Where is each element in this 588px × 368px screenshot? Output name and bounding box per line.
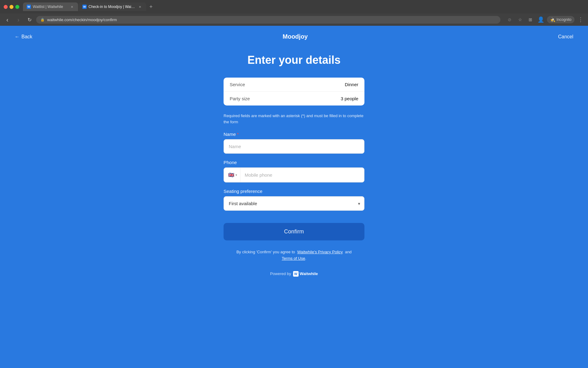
nav-forward-button[interactable]: › <box>14 15 23 24</box>
seating-field-label: Seating preference <box>224 189 364 194</box>
form-container: Service Dinner Party size 3 people Requi… <box>224 78 364 277</box>
party-size-label: Party size <box>230 96 250 101</box>
browser-tabs: W Waitlist | Waitwhile ✕ W Check-in to M… <box>23 2 521 11</box>
terms-of-use-link[interactable]: Terms of Use <box>282 256 305 261</box>
tab2-title: Check-in to Moodjoy | Waitwhi... <box>89 5 136 9</box>
waitwhile-logo-icon: W <box>293 271 299 277</box>
cancel-button[interactable]: Cancel <box>558 34 573 40</box>
incognito-indicator: 🕵 Incognito <box>547 16 575 23</box>
confirm-button[interactable]: Confirm <box>224 223 364 240</box>
tab1-favicon: W <box>27 5 31 9</box>
seating-field-group: Seating preference First available Indoo… <box>224 189 364 211</box>
tab1-title: Waitlist | Waitwhile <box>33 5 68 9</box>
privacy-text-between: and <box>345 250 352 254</box>
close-window-button[interactable] <box>4 5 8 9</box>
phone-field-label: Phone <box>224 160 364 165</box>
seating-label-text: Seating preference <box>224 189 262 194</box>
nav-reload-button[interactable]: ↻ <box>25 15 34 24</box>
app-header: ← Back Moodjoy Cancel <box>0 26 588 48</box>
browser-titlebar: W Waitlist | Waitwhile ✕ W Check-in to M… <box>0 0 588 13</box>
party-size-summary-row: Party size 3 people <box>224 92 364 105</box>
powered-by: Powered by W Waitwhile <box>224 271 364 277</box>
service-summary-row: Service Dinner <box>224 78 364 92</box>
minimize-window-button[interactable] <box>9 5 13 9</box>
tab2-close-button[interactable]: ✕ <box>138 4 142 9</box>
service-label: Service <box>230 82 245 87</box>
seating-select-wrapper: First available Indoor Outdoor Bar ▾ <box>224 196 364 211</box>
page-title: Enter your details <box>247 54 341 67</box>
back-button[interactable]: ← Back <box>15 34 32 40</box>
privacy-note: By clicking 'Confirm' you agree to Waitw… <box>224 249 364 262</box>
brand-name: Moodjoy <box>283 33 308 40</box>
service-value: Dinner <box>345 82 358 87</box>
fullscreen-window-button[interactable] <box>15 5 19 9</box>
name-required-asterisk: * <box>237 132 239 137</box>
toolbar-actions: ⊘ ☆ ⊞ 👤 🕵 Incognito ⋮ <box>505 15 585 24</box>
seating-select[interactable]: First available Indoor Outdoor Bar <box>224 196 364 211</box>
name-input[interactable] <box>224 139 364 154</box>
browser-toolbar: ‹ › ↻ 🔒 waitwhile.com/checkin/moodjoy/co… <box>0 13 588 26</box>
incognito-icon: 🕵 <box>550 17 555 22</box>
profile-icon[interactable]: 👤 <box>537 15 545 24</box>
phone-input[interactable] <box>240 168 364 182</box>
incognito-label: Incognito <box>556 17 571 22</box>
new-tab-button[interactable]: + <box>147 2 155 11</box>
flag-icon: 🇬🇧 <box>228 172 234 178</box>
menu-button[interactable]: ⋮ <box>576 15 585 24</box>
address-bar[interactable]: 🔒 waitwhile.com/checkin/moodjoy/confirm <box>36 16 500 24</box>
summary-card: Service Dinner Party size 3 people <box>224 78 364 105</box>
country-chevron-icon: ▾ <box>236 173 237 177</box>
nav-back-button[interactable]: ‹ <box>3 15 12 24</box>
tab1-close-button[interactable]: ✕ <box>70 4 74 9</box>
bookmark-icon[interactable]: ☆ <box>516 15 524 24</box>
phone-field-group: Phone 🇬🇧 ▾ <box>224 160 364 182</box>
app-main: Enter your details Service Dinner Party … <box>0 48 588 295</box>
phone-input-wrapper: 🇬🇧 ▾ <box>224 167 364 182</box>
tab2-favicon: W <box>82 5 87 9</box>
browser-tab-2[interactable]: W Check-in to Moodjoy | Waitwhi... ✕ <box>79 2 146 11</box>
party-size-value: 3 people <box>341 96 358 101</box>
phone-label-text: Phone <box>224 160 237 165</box>
back-arrow-icon: ← <box>15 34 20 40</box>
country-selector-button[interactable]: 🇬🇧 ▾ <box>224 168 240 182</box>
name-label-text: Name <box>224 132 236 137</box>
browser-tab-1[interactable]: W Waitlist | Waitwhile ✕ <box>23 2 78 11</box>
waitwhile-brand-name: Waitwhile <box>300 271 318 276</box>
extensions-icon[interactable]: ⊞ <box>526 15 535 24</box>
screen-share-icon: ⊘ <box>505 15 514 24</box>
required-fields-note: Required fields are marked with an aster… <box>224 113 364 125</box>
back-label: Back <box>21 34 32 40</box>
privacy-text-before: By clicking 'Confirm' you agree to <box>236 250 295 254</box>
browser-chrome: W Waitlist | Waitwhile ✕ W Check-in to M… <box>0 0 588 26</box>
name-field-label: Name * <box>224 132 364 137</box>
name-field-group: Name * <box>224 132 364 154</box>
traffic-lights <box>4 5 19 9</box>
terms-end: . <box>305 256 306 261</box>
privacy-policy-link[interactable]: Waitwhile's Privacy Policy <box>297 250 343 254</box>
lock-icon: 🔒 <box>40 18 45 22</box>
address-text: waitwhile.com/checkin/moodjoy/confirm <box>47 17 117 22</box>
waitwhile-logo: W Waitwhile <box>293 271 318 277</box>
powered-label: Powered by <box>270 271 291 276</box>
